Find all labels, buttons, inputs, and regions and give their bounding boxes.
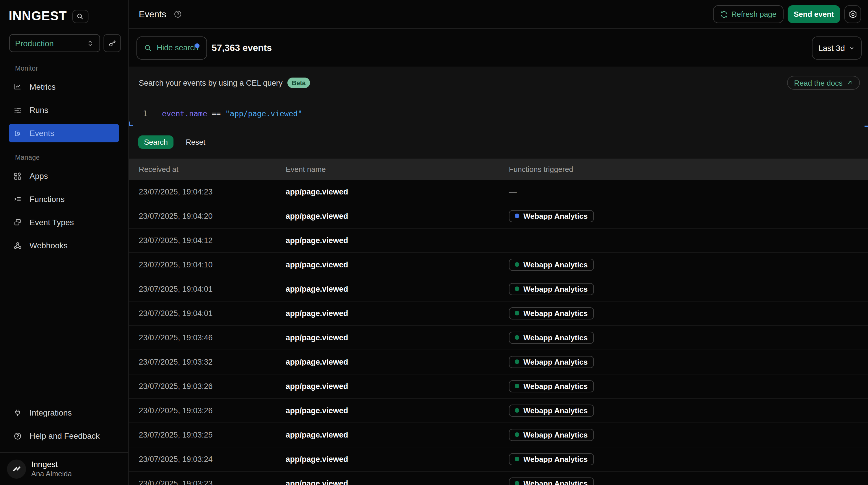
function-badge[interactable]: Webapp Analytics	[509, 283, 594, 295]
runs-icon	[13, 106, 22, 114]
cel-query-text: event.name == "app/page.viewed"	[162, 109, 302, 118]
table-row[interactable]: 23/07/2025, 19:03:23 app/page.viewed Web…	[129, 472, 868, 485]
table-row[interactable]: 23/07/2025, 19:04:01 app/page.viewed Web…	[129, 277, 868, 301]
sidebar-item-apps[interactable]: Apps	[9, 167, 119, 185]
sidebar-item-help[interactable]: Help and Feedback	[0, 424, 128, 447]
event-name-cell: app/page.viewed	[286, 187, 509, 196]
sidebar-search-button[interactable]	[72, 9, 88, 23]
function-badge[interactable]: Webapp Analytics	[509, 355, 594, 368]
sidebar-item-label: Functions	[30, 195, 64, 204]
sidebar-item-label: Metrics	[30, 82, 56, 91]
event-name-cell: app/page.viewed	[286, 236, 509, 245]
reset-button[interactable]: Reset	[186, 138, 205, 146]
function-badge[interactable]: Webapp Analytics	[509, 477, 594, 485]
received-at-cell: 23/07/2025, 19:03:24	[139, 455, 286, 463]
search-icon	[144, 44, 152, 52]
no-functions-dash: —	[509, 188, 517, 196]
sidebar-item-functions[interactable]: Functions	[9, 190, 119, 208]
function-badge[interactable]: Webapp Analytics	[509, 210, 594, 222]
environment-selector[interactable]: Production	[9, 34, 100, 52]
section-label-monitor: Monitor	[15, 65, 128, 72]
function-status-dot	[515, 335, 519, 340]
table-row[interactable]: 23/07/2025, 19:03:26 app/page.viewed Web…	[129, 374, 868, 398]
sidebar-item-integrations[interactable]: Integrations	[0, 401, 128, 424]
search-button[interactable]: Search	[138, 136, 174, 149]
page-title: Events	[139, 9, 166, 19]
received-at-cell: 23/07/2025, 19:03:26	[139, 406, 286, 415]
environment-row: Production	[9, 34, 128, 52]
chevron-up-down-icon	[87, 39, 94, 47]
cel-panel-header: Search your events by using a CEL query …	[129, 66, 868, 90]
received-at-cell: 23/07/2025, 19:03:23	[139, 479, 286, 485]
functions-cell: Webapp Analytics	[509, 380, 868, 392]
received-at-cell: 23/07/2025, 19:04:12	[139, 236, 286, 245]
table-row[interactable]: 23/07/2025, 19:04:01 app/page.viewed Web…	[129, 301, 868, 325]
table-row[interactable]: 23/07/2025, 19:04:23 app/page.viewed —	[129, 180, 868, 204]
sidebar-item-runs[interactable]: Runs	[9, 101, 119, 119]
function-name: Webapp Analytics	[523, 284, 588, 293]
functions-icon	[13, 195, 22, 203]
cel-token-operator: ==	[207, 109, 225, 118]
table-row[interactable]: 23/07/2025, 19:03:26 app/page.viewed Web…	[129, 398, 868, 423]
event-name-cell: app/page.viewed	[286, 430, 509, 439]
function-badge[interactable]: Webapp Analytics	[509, 453, 594, 465]
event-keys-button[interactable]	[103, 34, 121, 52]
notification-dot	[195, 43, 199, 48]
event-name-cell: app/page.viewed	[286, 284, 509, 293]
sidebar-item-events[interactable]: Events	[9, 124, 119, 142]
function-badge[interactable]: Webapp Analytics	[509, 404, 594, 417]
function-name: Webapp Analytics	[523, 455, 588, 463]
cel-panel-title: Search your events by using a CEL query	[139, 79, 282, 87]
event-name-cell: app/page.viewed	[286, 479, 509, 485]
function-badge[interactable]: Webapp Analytics	[509, 380, 594, 392]
read-docs-label: Read the docs	[794, 79, 842, 87]
sidebar-item-label: Help and Feedback	[30, 431, 100, 440]
environment-value: Production	[15, 38, 54, 48]
user-profile[interactable]: Inngest Ana Almeida	[0, 452, 128, 485]
received-at-cell: 23/07/2025, 19:03:26	[139, 382, 286, 390]
search-toolbar: Hide search 57,363 events Last 3d	[129, 29, 868, 66]
no-functions-dash: —	[509, 236, 517, 245]
send-event-button[interactable]: Send event	[787, 5, 840, 23]
function-badge[interactable]: Webapp Analytics	[509, 258, 594, 270]
refresh-page-button[interactable]: Refresh page	[713, 5, 783, 23]
time-range-selector[interactable]: Last 3d	[812, 36, 862, 59]
hide-search-button[interactable]: Hide search	[136, 36, 207, 59]
table-row[interactable]: 23/07/2025, 19:03:32 app/page.viewed Web…	[129, 350, 868, 374]
refresh-icon	[720, 10, 728, 18]
event-name-cell: app/page.viewed	[286, 455, 509, 463]
line-number: 1	[143, 109, 148, 118]
function-badge[interactable]: Webapp Analytics	[509, 429, 594, 441]
table-row[interactable]: 23/07/2025, 19:03:46 app/page.viewed Web…	[129, 325, 868, 350]
events-count: 57,363 events	[212, 42, 272, 53]
function-badge[interactable]: Webapp Analytics	[509, 307, 594, 319]
beta-badge: Beta	[287, 78, 310, 88]
table-row[interactable]: 23/07/2025, 19:04:12 app/page.viewed —	[129, 228, 868, 253]
received-at-cell: 23/07/2025, 19:04:01	[139, 309, 286, 317]
function-badge[interactable]: Webapp Analytics	[509, 331, 594, 343]
send-event-label: Send event	[794, 10, 834, 19]
functions-cell: Webapp Analytics	[509, 355, 868, 368]
page-help-icon[interactable]	[174, 10, 182, 19]
settings-button[interactable]	[844, 5, 861, 23]
event-name-cell: app/page.viewed	[286, 260, 509, 269]
editor-cursor-mark	[129, 121, 133, 126]
table-row[interactable]: 23/07/2025, 19:04:10 app/page.viewed Web…	[129, 253, 868, 277]
table-row[interactable]: 23/07/2025, 19:03:25 app/page.viewed Web…	[129, 423, 868, 447]
events-table: Received at Event name Functions trigger…	[129, 158, 868, 485]
sidebar-item-label: Apps	[30, 171, 48, 180]
function-status-dot	[515, 408, 519, 413]
table-row[interactable]: 23/07/2025, 19:04:20 app/page.viewed Web…	[129, 204, 868, 228]
apps-icon	[13, 172, 22, 180]
cel-query-editor[interactable]: 1 event.name == "app/page.viewed"	[129, 104, 302, 123]
function-status-dot	[515, 432, 519, 437]
read-the-docs-button[interactable]: Read the docs	[787, 76, 860, 90]
sidebar-item-webhooks[interactable]: Webhooks	[9, 236, 119, 255]
metrics-icon	[13, 83, 22, 91]
sidebar-item-metrics[interactable]: Metrics	[9, 78, 119, 96]
webhooks-icon	[13, 241, 22, 250]
sidebar-item-event-types[interactable]: Event Types	[9, 213, 119, 231]
sidebar-spacer	[0, 257, 128, 401]
function-status-dot	[515, 384, 519, 388]
table-row[interactable]: 23/07/2025, 19:03:24 app/page.viewed Web…	[129, 447, 868, 472]
